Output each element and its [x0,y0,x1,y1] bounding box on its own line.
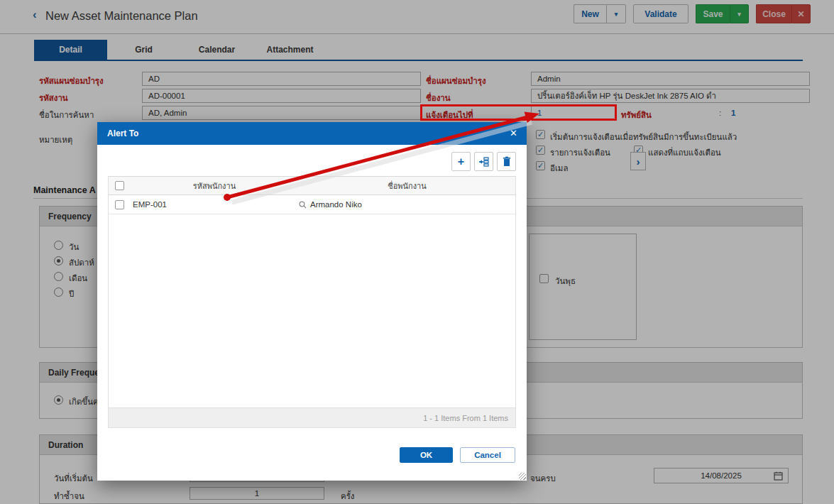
table-header-row: รหัสพนักงาน ชื่อพนักงาน [109,177,515,195]
modal-title: Alert To [97,128,138,138]
plus-icon: + [458,155,464,168]
search-icon [299,201,307,209]
cancel-button[interactable]: Cancel [460,447,515,463]
modal-close-icon[interactable]: ✕ [510,128,517,138]
employee-name-cell[interactable]: Armando Niko [299,200,515,209]
resize-handle-icon[interactable] [519,473,526,480]
employee-code-cell: EMP-001 [130,200,299,209]
table-row[interactable]: EMP-001 Armando Niko [109,195,515,214]
col-employee-name: ชื่อพนักงาน [299,180,515,192]
page: ‹ New Asset Maintenance Plan New ▾ Valid… [0,0,834,504]
col-employee-code: รหัสพนักงาน [130,180,299,192]
modal-toolbar: + [451,152,516,171]
delete-row-button[interactable] [497,152,516,171]
row-checkbox[interactable] [115,200,124,209]
trash-icon [502,156,512,167]
assign-from-list-button[interactable] [474,152,493,171]
pagination-text: 1 - 1 Items From 1 Items [423,414,508,422]
pagination-bar: 1 - 1 Items From 1 Items [108,408,516,428]
employee-table: รหัสพนักงาน ชื่อพนักงาน EMP-001 Armando … [108,176,516,408]
modal-header[interactable]: Alert To ✕ [97,122,527,145]
select-all-checkbox[interactable] [115,181,124,190]
assign-icon [478,156,490,168]
ok-button[interactable]: OK [400,447,453,463]
alert-to-modal: Alert To ✕ + รหัสพนักงาน ชื่อพนักงาน EMP… [97,122,527,481]
add-row-button[interactable]: + [451,152,471,171]
